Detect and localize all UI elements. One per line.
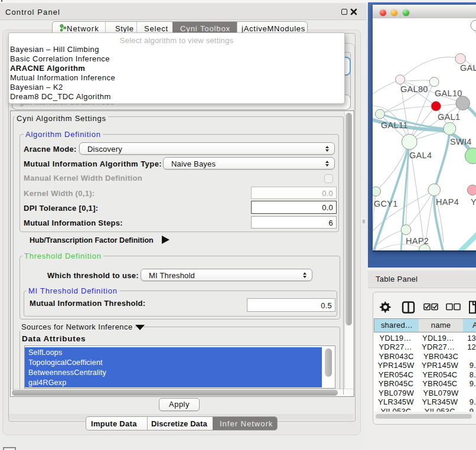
svg-text:SWI4: SWI4 xyxy=(450,137,472,146)
svg-text:GAL4: GAL4 xyxy=(409,151,432,160)
svg-text:GCY1: GCY1 xyxy=(374,199,398,208)
svg-text:GAL10: GAL10 xyxy=(435,89,462,98)
svg-text:GAL2: GAL2 xyxy=(460,63,476,73)
svg-text:HAP4: HAP4 xyxy=(436,197,459,207)
svg-text:GAL1: GAL1 xyxy=(438,112,460,122)
svg-text:GAL11: GAL11 xyxy=(381,120,408,130)
svg-text:GAL80: GAL80 xyxy=(400,84,428,94)
svg-text:Y: Y xyxy=(471,197,476,207)
svg-text:HAP2: HAP2 xyxy=(406,236,429,246)
